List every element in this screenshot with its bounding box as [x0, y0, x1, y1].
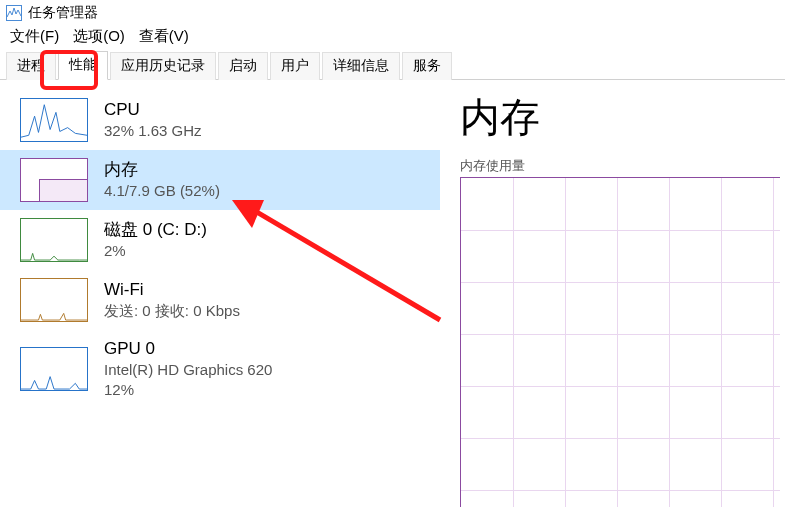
- sidebar-item-cpu[interactable]: CPU 32% 1.63 GHz: [0, 90, 440, 150]
- disk-thumbnail: [20, 218, 88, 262]
- tab-details[interactable]: 详细信息: [322, 52, 400, 80]
- wifi-detail: 发送: 0 接收: 0 Kbps: [104, 301, 240, 321]
- tab-app-history[interactable]: 应用历史记录: [110, 52, 216, 80]
- memory-thumbnail: [20, 158, 88, 202]
- detail-title: 内存: [460, 90, 785, 145]
- tab-strip: 进程 性能 应用历史记录 启动 用户 详细信息 服务: [0, 50, 785, 80]
- sidebar-item-memory[interactable]: 内存 4.1/7.9 GB (52%): [0, 150, 440, 210]
- disk-detail: 2%: [104, 241, 207, 261]
- sidebar-item-disk[interactable]: 磁盘 0 (C: D:) 2%: [0, 210, 440, 270]
- content-area: CPU 32% 1.63 GHz 内存 4.1/7.9 GB (52%) 磁盘 …: [0, 80, 785, 522]
- wifi-name: Wi-Fi: [104, 279, 240, 301]
- cpu-detail: 32% 1.63 GHz: [104, 121, 202, 141]
- gpu-name: GPU 0: [104, 338, 272, 360]
- memory-name: 内存: [104, 159, 220, 181]
- window-title: 任务管理器: [28, 4, 98, 22]
- performance-sidebar: CPU 32% 1.63 GHz 内存 4.1/7.9 GB (52%) 磁盘 …: [0, 80, 440, 522]
- wifi-thumbnail: [20, 278, 88, 322]
- tab-users[interactable]: 用户: [270, 52, 320, 80]
- sidebar-item-wifi[interactable]: Wi-Fi 发送: 0 接收: 0 Kbps: [0, 270, 440, 330]
- sidebar-item-gpu[interactable]: GPU 0 Intel(R) HD Graphics 620 12%: [0, 330, 440, 407]
- title-bar: 任务管理器: [0, 0, 785, 26]
- tab-processes[interactable]: 进程: [6, 52, 56, 80]
- detail-subtitle: 内存使用量: [460, 157, 785, 175]
- tab-performance[interactable]: 性能: [58, 51, 108, 80]
- menu-options[interactable]: 选项(O): [73, 27, 125, 46]
- gpu-detail2: 12%: [104, 380, 272, 400]
- memory-detail: 4.1/7.9 GB (52%): [104, 181, 220, 201]
- tab-services[interactable]: 服务: [402, 52, 452, 80]
- cpu-name: CPU: [104, 99, 202, 121]
- gpu-detail: Intel(R) HD Graphics 620: [104, 360, 272, 380]
- detail-panel: 内存 内存使用量: [440, 80, 785, 522]
- menu-file[interactable]: 文件(F): [10, 27, 59, 46]
- gpu-thumbnail: [20, 347, 88, 391]
- cpu-thumbnail: [20, 98, 88, 142]
- menu-bar: 文件(F) 选项(O) 查看(V): [0, 26, 785, 50]
- memory-usage-chart: [460, 177, 780, 507]
- disk-name: 磁盘 0 (C: D:): [104, 219, 207, 241]
- task-manager-icon: [6, 5, 22, 21]
- menu-view[interactable]: 查看(V): [139, 27, 189, 46]
- tab-startup[interactable]: 启动: [218, 52, 268, 80]
